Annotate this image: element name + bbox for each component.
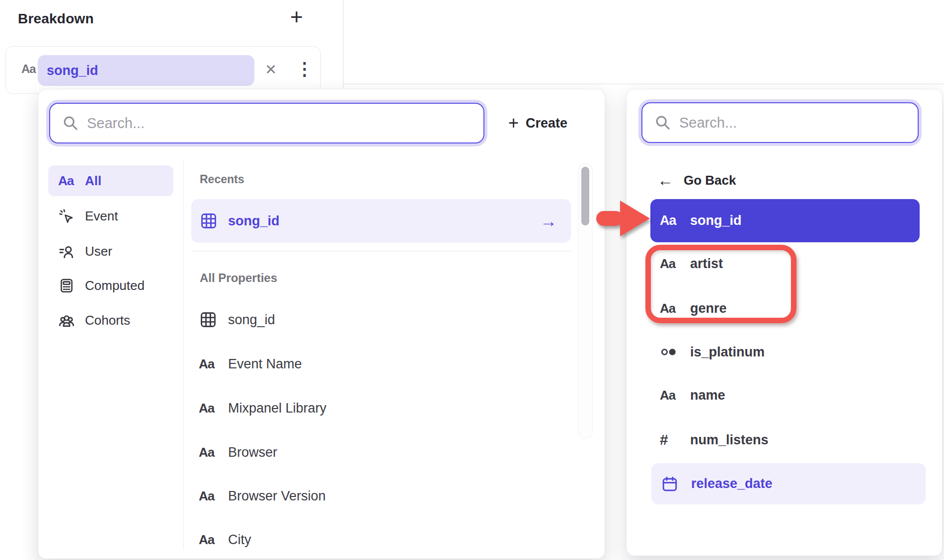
background-divider-vertical [343,0,344,88]
category-tab-all[interactable]: Aa All [48,165,173,196]
property-picker-panel: + Create Aa All Event User Computed Coho… [38,89,605,559]
breakdown-title: Breakdown [18,11,94,27]
calendar-icon [661,475,684,493]
aa-icon: Aa [199,356,220,372]
aa-icon: Aa [660,213,683,228]
property-label: Browser [228,445,277,460]
add-breakdown-icon[interactable]: + [290,4,303,30]
category-tab-event[interactable]: Event [48,201,173,231]
property-item-release-date[interactable]: release_date [651,463,926,504]
property-item-browser[interactable]: Aa Browser [191,438,571,466]
calculator-icon [58,277,81,294]
property-item-event-name[interactable]: Aa Event Name [191,350,571,378]
category-tab-cohorts[interactable]: Cohorts [48,305,173,336]
property-item-song-id[interactable]: song_id [191,306,571,334]
annotation-arrow-icon [595,198,652,241]
property-detail-panel: ← Go Back Aa song_id Aa artist Aa genre … [626,89,943,556]
search-icon [62,115,79,132]
go-back-button[interactable]: ← Go Back [657,168,736,193]
recent-property-song-id[interactable]: song_id → [191,199,571,243]
go-back-label: Go Back [684,173,736,188]
right-search-box[interactable] [641,102,919,143]
category-label: Computed [85,278,145,293]
recents-header: Recents [200,173,244,186]
property-item-is-platinum[interactable]: is_platinum [650,338,920,366]
all-properties-header: All Properties [200,271,277,285]
category-label: Event [85,209,118,224]
property-label: Event Name [228,356,302,372]
user-list-icon [58,243,81,259]
aa-icon: Aa [199,401,220,416]
property-item-genre[interactable]: Aa genre [650,294,920,322]
category-label: Cohorts [85,313,130,328]
property-label: name [690,388,725,403]
property-item-song-id-selected[interactable]: Aa song_id [650,199,920,242]
cohorts-people-icon [58,312,81,329]
property-label: City [228,532,251,548]
aa-icon: Aa [199,445,220,460]
boolean-icon [660,345,683,359]
property-item-mixpanel-library[interactable]: Aa Mixpanel Library [191,394,571,422]
aa-icon: Aa [58,173,81,189]
back-arrow-icon: ← [657,171,677,190]
property-item-num-listens[interactable]: # num_listens [650,426,920,454]
category-label: User [85,244,112,259]
property-label: Browser Version [228,489,326,504]
search-icon [654,114,671,131]
create-label: Create [526,116,567,131]
right-search-input[interactable] [679,115,908,131]
left-search-input[interactable] [87,115,473,132]
string-type-icon: Aa [21,62,36,76]
property-label: song_id [690,213,742,228]
property-label: artist [690,256,723,272]
breakdown-chip[interactable]: song_id [38,55,254,86]
property-label: is_platinum [690,345,765,360]
property-label: release_date [691,476,773,491]
breakdown-header: Breakdown + [18,7,306,31]
left-search-box[interactable] [49,103,484,143]
event-cursor-icon [58,208,81,224]
aa-icon: Aa [199,532,220,548]
breakdown-options-icon[interactable]: ⋮ [296,59,314,79]
remove-breakdown-icon[interactable]: ✕ [265,61,277,78]
number-hash-icon: # [660,431,683,448]
property-item-browser-version[interactable]: Aa Browser Version [191,482,571,510]
drill-in-arrow-icon[interactable]: → [540,211,557,231]
category-tab-computed[interactable]: Computed [48,270,173,301]
recent-property-label: song_id [228,213,280,229]
background-divider-horizontal [343,83,944,84]
property-label: song_id [228,312,275,328]
breakdown-chip-value: song_id [47,63,98,78]
recents-divider [191,251,571,251]
aa-icon: Aa [660,388,683,403]
grid-table-icon [199,211,220,230]
aa-icon: Aa [660,256,683,272]
breakdown-chip-card: Aa song_id ✕ ⋮ [5,46,321,94]
create-property-button[interactable]: + Create [508,109,567,137]
property-item-name[interactable]: Aa name [650,381,920,409]
property-label: Mixpanel Library [228,401,326,416]
category-list-divider [183,160,184,550]
property-item-artist[interactable]: Aa artist [650,250,920,278]
property-label: num_listens [690,432,769,448]
property-item-city[interactable]: Aa City [191,526,571,554]
aa-icon: Aa [660,301,683,316]
property-label: genre [690,301,727,316]
scrollbar-thumb[interactable] [581,167,589,225]
aa-icon: Aa [199,489,220,504]
grid-table-icon [199,310,220,329]
category-tab-user[interactable]: User [48,236,173,267]
plus-icon: + [508,114,519,132]
category-label: All [85,173,101,189]
